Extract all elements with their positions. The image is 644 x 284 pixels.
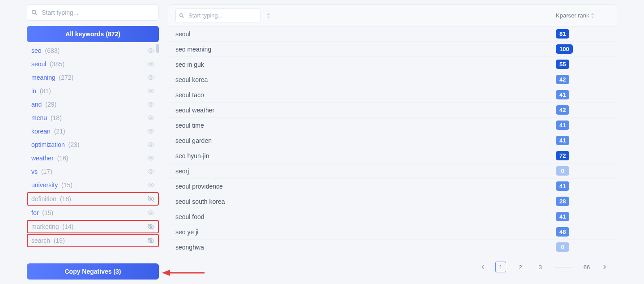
rank-cell: 28	[556, 197, 610, 206]
rank-cell: 41	[556, 90, 610, 99]
table-row[interactable]: seoul providence41	[168, 179, 617, 194]
rank-badge: 0	[556, 166, 569, 176]
keyword-cell: seoul	[175, 30, 556, 38]
eye-icon[interactable]	[147, 128, 154, 135]
rank-badge: 41	[556, 181, 569, 191]
rank-badge: 41	[556, 136, 569, 145]
all-keywords-button[interactable]: All keywords (872)	[27, 26, 159, 42]
sidebar-item-menu[interactable]: menu (18)	[27, 111, 159, 125]
table-row[interactable]: seoul korea42	[168, 72, 617, 87]
rank-cell: 0	[556, 242, 610, 252]
sidebar-item-label: in (81)	[31, 87, 51, 95]
sidebar-item-label: for (15)	[31, 209, 53, 216]
keyword-cell: seoul weather	[175, 107, 556, 114]
keyword-cell: seo in guk	[175, 61, 556, 68]
table-row[interactable]: seoul taco41	[168, 87, 617, 103]
table-row[interactable]: seonghwa0	[168, 240, 617, 254]
rank-header-label: Kparser rank	[556, 12, 589, 19]
svg-point-10	[150, 157, 152, 159]
eye-off-icon[interactable]	[147, 237, 154, 244]
keyword-cell: seo meaning	[175, 46, 556, 53]
table-row[interactable]: seoul weather42	[168, 103, 617, 118]
eye-icon[interactable]	[147, 168, 154, 175]
copy-negatives-button[interactable]: Copy Negatives (3)	[27, 263, 159, 280]
rank-badge: 55	[556, 60, 569, 69]
eye-icon[interactable]	[147, 60, 154, 68]
svg-point-2	[150, 50, 152, 52]
page-last[interactable]: 66	[581, 262, 592, 272]
eye-icon[interactable]	[147, 74, 154, 81]
rank-cell: 81	[556, 29, 610, 39]
rank-cell: 41	[556, 120, 610, 130]
keyword-cell: seoul food	[175, 213, 556, 220]
keyword-cell: seorj	[175, 168, 556, 175]
table-row[interactable]: seoul time41	[168, 118, 617, 133]
page-1[interactable]: 1	[495, 262, 506, 272]
sidebar-item-university[interactable]: university (15)	[27, 178, 159, 192]
sidebar-item-seo[interactable]: seo (683)	[27, 44, 159, 57]
svg-point-3	[150, 63, 152, 65]
scrollbar-thumb[interactable]	[156, 44, 159, 53]
page-2[interactable]: 2	[515, 262, 526, 272]
eye-icon[interactable]	[147, 155, 154, 162]
table-row[interactable]: seo hyun-jin72	[168, 148, 617, 164]
sidebar-item-and[interactable]: and (29)	[27, 98, 159, 111]
sidebar-item-optimization[interactable]: optimization (23)	[27, 138, 159, 151]
rank-cell: 41	[556, 212, 610, 221]
svg-point-20	[180, 13, 183, 17]
svg-point-9	[150, 144, 152, 146]
sidebar-item-weather[interactable]: weather (16)	[27, 151, 159, 165]
table-row[interactable]: seo ye ji48	[168, 224, 617, 240]
eye-icon[interactable]	[147, 87, 154, 95]
keyword-cell: seoul time	[175, 122, 556, 129]
sidebar-search-input[interactable]	[27, 4, 159, 21]
pagination: 12366	[168, 254, 617, 280]
sidebar-item-definition[interactable]: definition (18)	[27, 192, 159, 206]
rank-column-header[interactable]: Kparser rank	[556, 12, 610, 19]
sidebar-item-for[interactable]: for (15)	[27, 206, 159, 219]
table-row[interactable]: seoul food41	[168, 209, 617, 224]
keyword-cell: seoul providence	[175, 183, 556, 190]
table-row[interactable]: seoul garden41	[168, 133, 617, 148]
table-row[interactable]: seo in guk55	[168, 57, 617, 72]
eye-icon[interactable]	[147, 181, 154, 189]
eye-icon[interactable]	[147, 101, 154, 108]
svg-line-21	[183, 16, 184, 17]
rank-badge: 42	[556, 105, 569, 115]
keyword-cell: seonghwa	[175, 244, 556, 251]
eye-icon[interactable]	[147, 141, 154, 148]
svg-point-11	[150, 171, 152, 172]
eye-off-icon[interactable]	[147, 223, 154, 230]
next-page-icon[interactable]	[601, 263, 608, 271]
sidebar-item-search[interactable]: search (19)	[27, 234, 159, 247]
table-row[interactable]: seo meaning100	[168, 42, 617, 57]
eye-icon[interactable]	[147, 114, 154, 121]
eye-icon[interactable]	[147, 209, 154, 216]
rank-cell: 55	[556, 60, 610, 69]
table-row[interactable]: seorj0	[168, 164, 617, 179]
svg-point-7	[150, 117, 152, 119]
keyword-cell: seoul garden	[175, 137, 556, 144]
sidebar-item-meaning[interactable]: meaning (272)	[27, 71, 159, 84]
rank-badge: 0	[556, 242, 569, 252]
keyword-cell: seo ye ji	[175, 228, 556, 236]
page-3[interactable]: 3	[535, 262, 546, 272]
rank-badge: 81	[556, 29, 569, 39]
sidebar-item-vs[interactable]: vs (17)	[27, 165, 159, 178]
eye-icon[interactable]	[147, 47, 154, 54]
table-row[interactable]: seoul81	[168, 26, 617, 42]
prev-page-icon[interactable]	[479, 263, 486, 271]
sidebar-item-in[interactable]: in (81)	[27, 84, 159, 98]
eye-off-icon[interactable]	[147, 195, 154, 202]
sidebar: All keywords (872) seo (683)seoul (385)m…	[27, 4, 159, 280]
rank-badge: 41	[556, 90, 569, 99]
svg-point-12	[150, 184, 152, 186]
sidebar-item-korean[interactable]: korean (21)	[27, 125, 159, 138]
sort-icon[interactable]	[267, 13, 270, 18]
svg-point-8	[150, 130, 152, 132]
table-search-input[interactable]	[175, 9, 260, 22]
table-row[interactable]: seoul south korea28	[168, 194, 617, 209]
rank-cell: 41	[556, 136, 610, 145]
sidebar-item-marketing[interactable]: marketing (14)	[27, 220, 159, 233]
sidebar-item-seoul[interactable]: seoul (385)	[27, 57, 159, 71]
